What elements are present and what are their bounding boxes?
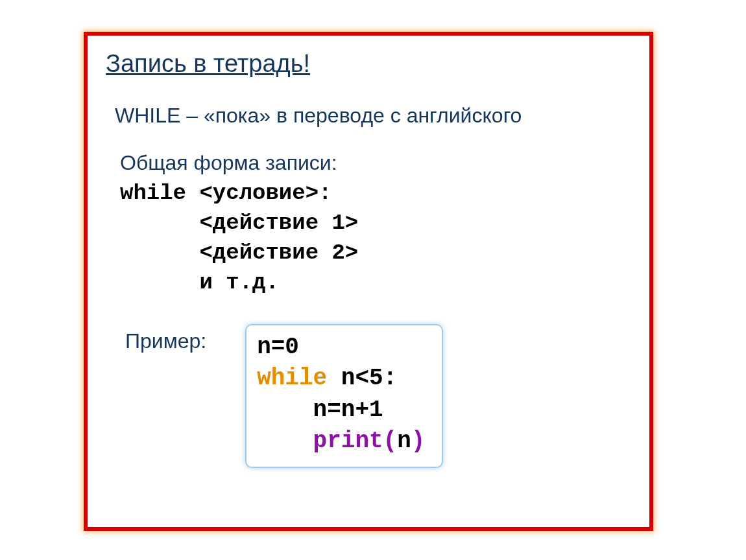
code-line: <действие 1>	[120, 211, 358, 235]
code-line: и т.д.	[120, 270, 279, 295]
example-row: Пример: n=0 while n<5: n=n+1 print(n)	[125, 324, 631, 468]
keyword-while: while	[257, 365, 327, 391]
paren-close: )	[411, 428, 426, 454]
paren-open: (	[383, 428, 398, 454]
general-form-label: Общая форма записи:	[120, 151, 631, 175]
print-arg: n	[397, 428, 411, 454]
keyword-print: print	[313, 428, 383, 454]
example-code-box: n=0 while n<5: n=n+1 print(n)	[245, 324, 443, 468]
code-line: n=0	[257, 334, 299, 360]
code-line: n=n+1	[257, 397, 383, 423]
code-line: while <условие>:	[120, 181, 331, 205]
example-label: Пример:	[125, 329, 206, 353]
code-line: n<5:	[327, 365, 397, 391]
slide-box: Запись в тетрадь! WHILE – «пока» в перев…	[84, 32, 653, 531]
general-form-code: while <условие>: <действие 1> <действие …	[120, 179, 631, 298]
code-indent	[257, 428, 313, 454]
page-title: Запись в тетрадь!	[106, 50, 631, 78]
code-line: <действие 2>	[120, 240, 358, 265]
while-translation-note: WHILE – «пока» в переводе с английского	[115, 104, 631, 128]
